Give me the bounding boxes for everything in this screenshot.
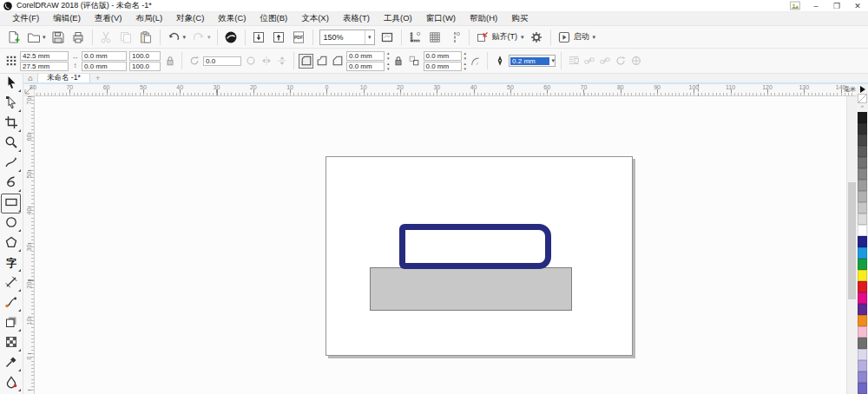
spinner[interactable]: ▴▾ — [387, 51, 390, 61]
drop-shadow-tool[interactable] — [0, 313, 23, 333]
no-color-swatch[interactable] — [858, 94, 867, 103]
corner-radius-tl-field[interactable]: 0.0 mm — [346, 51, 385, 61]
menu-item-9[interactable]: 工具(O) — [377, 13, 419, 24]
page[interactable] — [326, 156, 633, 356]
new-tab-button[interactable]: + — [90, 74, 106, 82]
round-corner-button[interactable] — [299, 55, 312, 68]
full-screen-preview-button[interactable] — [378, 27, 398, 47]
polygon-tool[interactable] — [0, 233, 23, 253]
color-swatch-6[interactable] — [858, 180, 867, 191]
minimize-button[interactable]: – — [806, 0, 826, 11]
object-width-field[interactable]: 0.0 mm — [82, 51, 127, 61]
lock-ratio-icon[interactable] — [163, 55, 176, 68]
connector-tool[interactable] — [0, 293, 23, 313]
color-swatch-15[interactable] — [858, 281, 867, 292]
import-button[interactable] — [249, 27, 269, 47]
restore-button[interactable]: ❐ — [826, 0, 847, 11]
publish-pdf-button[interactable]: PDF — [289, 27, 309, 47]
chevron-down-icon[interactable]: ▾ — [593, 34, 596, 41]
menu-item-0[interactable]: 文件(F) — [5, 13, 46, 24]
alignment-guides-button[interactable] — [445, 27, 465, 47]
outline-width-combo[interactable]: 0.2 mm ▾ — [509, 55, 556, 67]
undo-button[interactable]: ▾ — [164, 27, 189, 47]
color-swatch-2[interactable] — [858, 135, 867, 146]
color-swatch-8[interactable] — [858, 202, 867, 213]
document-tab[interactable]: 未命名 -1* — [37, 74, 90, 82]
position-y-field[interactable]: 27.5 mm — [20, 62, 69, 71]
signin-avatar-icon[interactable] — [785, 0, 806, 11]
ellipse-tool[interactable] — [0, 213, 23, 233]
color-swatch-10[interactable] — [858, 225, 867, 236]
lock-corners-icon[interactable] — [392, 55, 405, 68]
color-swatch-12[interactable] — [858, 247, 867, 259]
color-swatch-22[interactable] — [858, 360, 867, 371]
color-swatch-13[interactable] — [858, 259, 867, 270]
show-rulers-button[interactable] — [405, 27, 425, 47]
interactive-fill-tool[interactable] — [0, 373, 23, 393]
color-swatch-14[interactable] — [858, 270, 867, 281]
menu-item-11[interactable]: 帮助(H) — [463, 13, 504, 24]
color-swatch-4[interactable] — [858, 157, 867, 168]
color-swatch-7[interactable] — [858, 191, 867, 202]
color-swatch-23[interactable] — [858, 371, 867, 383]
crop-tool[interactable] — [0, 114, 23, 134]
snap-to-button[interactable]: 贴齐(T)▾ — [473, 27, 527, 47]
corner-radius-bl-field[interactable]: 0.0 mm — [346, 62, 385, 71]
color-swatch-17[interactable] — [858, 304, 867, 315]
color-swatch-3[interactable] — [858, 146, 867, 157]
artistic-media-tool[interactable] — [0, 174, 23, 194]
export-button[interactable] — [269, 27, 289, 47]
menu-item-2[interactable]: 查看(V) — [88, 13, 129, 24]
zoom-tool[interactable] — [0, 134, 23, 154]
fillet-scallop-chamfer-icon[interactable] — [469, 55, 482, 68]
vertical-ruler[interactable]: 706050403020100 — [23, 96, 35, 394]
object-height-field[interactable]: 0.0 mm — [82, 62, 127, 71]
menu-item-4[interactable]: 对象(C) — [169, 13, 211, 24]
dimension-tool[interactable] — [0, 273, 23, 293]
rectangle-tool[interactable] — [0, 194, 23, 213]
chevron-down-icon[interactable]: ▾ — [183, 34, 187, 41]
vertical-scrollbar[interactable] — [846, 96, 857, 394]
menu-item-1[interactable]: 编辑(E) — [46, 13, 88, 24]
show-grid-button[interactable] — [425, 27, 445, 47]
eyedropper-tool[interactable] — [0, 353, 23, 373]
menu-item-3[interactable]: 布局(L) — [128, 13, 169, 24]
mirror-horizontal-icon[interactable] — [260, 55, 273, 68]
menu-item-7[interactable]: 文本(X) — [294, 13, 336, 24]
palette-scroll-up-icon[interactable]: ^ — [861, 104, 864, 112]
menu-item-8[interactable]: 表格(T) — [336, 13, 377, 24]
chevron-down-icon[interactable]: ▾ — [552, 57, 556, 64]
color-swatch-9[interactable] — [858, 213, 867, 225]
options-button[interactable] — [527, 27, 547, 47]
spinner[interactable]: ▴▾ — [464, 51, 467, 61]
shape-tool[interactable] — [0, 94, 23, 114]
launch-button[interactable]: 启动▾ — [555, 27, 599, 47]
menu-item-5[interactable]: 效果(C) — [211, 13, 253, 24]
transparency-tool[interactable] — [0, 333, 23, 353]
zoom-level-combo[interactable]: 150%▾ — [319, 30, 375, 45]
relative-corner-icon[interactable] — [408, 55, 421, 68]
welcome-home-icon[interactable]: ⌂ — [23, 74, 37, 82]
color-swatch-0[interactable] — [858, 112, 867, 123]
color-swatch-16[interactable] — [858, 292, 867, 304]
color-swatch-18[interactable] — [858, 315, 867, 326]
freehand-tool[interactable] — [0, 154, 23, 174]
print-button[interactable] — [69, 27, 89, 47]
paste-button[interactable] — [136, 27, 156, 47]
chevron-down-icon[interactable]: ▾ — [207, 34, 211, 41]
scale-y-field[interactable]: 100.0 — [129, 62, 161, 71]
new-document-button[interactable] — [3, 27, 23, 47]
spinner[interactable]: ▴▾ — [464, 62, 467, 71]
mirror-vertical-icon[interactable] — [275, 55, 288, 68]
rotation-angle-field[interactable]: 0.0 — [203, 56, 241, 66]
open-button[interactable]: ▾ — [23, 27, 49, 47]
menu-item-12[interactable]: 购买 — [504, 13, 535, 24]
chevron-down-icon[interactable]: ▾ — [43, 34, 46, 41]
chevron-down-icon[interactable]: ▾ — [521, 34, 524, 41]
menu-item-10[interactable]: 窗口(W) — [419, 13, 463, 24]
horizontal-ruler[interactable]: 毫米 8070605040302010010203040506070809010… — [35, 84, 857, 96]
corner-radius-br-field[interactable]: 0.0 mm — [424, 62, 462, 71]
drawing-canvas[interactable] — [35, 96, 846, 394]
scale-x-field[interactable]: 100.0 — [129, 51, 161, 61]
color-swatch-24[interactable] — [858, 383, 867, 394]
